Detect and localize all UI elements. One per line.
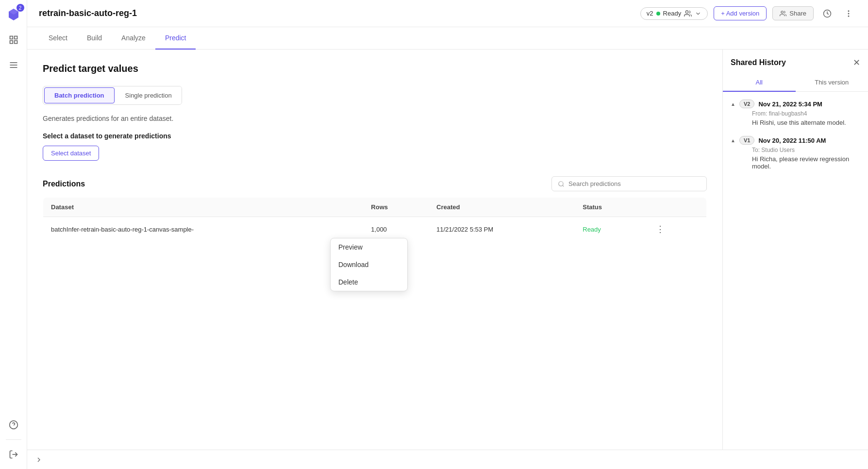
main-area: retrain-basic-auto-reg-1 v2 Ready + Add … [27,0,868,469]
sh-entry-2-message: Hi Richa, please review regression model… [752,155,860,170]
svg-point-10 [685,11,688,13]
more-options-button[interactable] [841,6,856,21]
main-content: Predict target values Batch prediction S… [27,50,722,450]
sh-entry-1-from: From: final-bugbash4 [752,110,860,117]
predictions-header: Predictions [43,176,707,191]
version-label: v2 [647,10,653,17]
svg-point-11 [781,11,784,13]
tab-select[interactable]: Select [39,27,77,50]
predictions-table: Dataset Rows Created Status batchInfer-r… [43,197,707,242]
svg-rect-3 [14,41,17,44]
sh-entry-2-from: To: Studio Users [752,147,860,153]
sidebar-badge: 2 [17,4,24,12]
search-input[interactable] [568,180,701,187]
sh-entry-1-header: ▲ V2 Nov 21, 2022 5:34 PM [731,100,860,108]
cell-status: Ready [575,217,645,242]
search-icon [558,181,565,187]
batch-prediction-button[interactable]: Batch prediction [44,87,115,103]
select-dataset-button[interactable]: Select dataset [43,146,99,161]
single-prediction-button[interactable]: Single prediction [116,86,182,104]
content-wrapper: Predict target values Batch prediction S… [27,50,868,450]
sh-entry-2-header: ▲ V1 Nov 20, 2022 11:50 AM [731,136,860,145]
tab-build[interactable]: Build [77,27,112,50]
cell-actions: ⋮ [645,217,706,242]
search-box[interactable] [551,176,707,191]
prediction-type-selector: Batch prediction Single prediction [43,86,182,105]
cell-dataset: batchInfer-retrain-basic-auto-reg-1-canv… [43,217,364,242]
status-label: Ready [663,10,682,17]
sidebar-item-logout[interactable] [5,446,22,463]
shared-history-title: Shared History [731,58,786,67]
share-button[interactable]: Share [772,6,814,20]
col-status: Status [575,198,645,217]
shared-history-body: ▲ V2 Nov 21, 2022 5:34 PM From: final-bu… [723,92,868,450]
svg-point-14 [848,13,849,14]
sh-entry-2: ▲ V1 Nov 20, 2022 11:50 AM To: Studio Us… [731,136,860,170]
sidebar-divider [6,439,21,440]
share-label: Share [789,10,806,17]
history-button[interactable] [819,6,835,21]
context-menu: Preview Download Delete [330,238,408,291]
shared-history-header: Shared History ✕ [723,50,868,68]
sidebar-logo[interactable]: 2 [5,6,22,23]
status-dot [656,12,660,16]
sh-entry-2-date: Nov 20, 2022 11:50 AM [758,137,826,144]
version-badge[interactable]: v2 Ready [640,7,708,20]
sh-entry-1: ▲ V2 Nov 21, 2022 5:34 PM From: final-bu… [731,100,860,126]
sidebar-item-grid[interactable] [5,31,22,49]
add-version-button[interactable]: + Add version [714,6,767,20]
tab-analyze[interactable]: Analyze [112,27,155,50]
row-more-button[interactable]: ⋮ [653,223,668,235]
tab-bar: Select Build Analyze Predict [27,27,868,50]
sidebar: 2 [0,0,27,469]
status-badge: Ready [583,226,601,233]
header: retrain-basic-auto-reg-1 v2 Ready + Add … [27,0,868,27]
bottom-expand-bar[interactable] [27,450,868,469]
shared-history-tabs: All This version [723,74,868,92]
predictions-title: Predictions [43,180,85,188]
svg-point-16 [559,181,563,185]
svg-rect-1 [14,36,17,39]
share-icon [780,10,786,17]
sh-entry-2-collapse[interactable]: ▲ [731,138,735,143]
svg-rect-0 [10,36,13,39]
sh-tab-all[interactable]: All [723,74,796,92]
select-dataset-label: Select a dataset to generate predictions [43,132,707,140]
menu-item-preview[interactable]: Preview [331,238,407,256]
sh-entry-1-date: Nov 21, 2022 5:34 PM [758,100,822,108]
shared-history-panel: Shared History ✕ All This version ▲ V2 N… [722,50,868,450]
svg-point-13 [848,11,849,12]
sidebar-item-menu[interactable] [5,56,22,74]
prediction-description: Generates predictions for an entire data… [43,115,707,122]
sh-entry-1-collapse[interactable]: ▲ [731,101,735,107]
sh-entry-1-version: V2 [739,100,754,108]
sh-entry-2-version: V1 [739,136,754,145]
sh-tab-this-version[interactable]: This version [796,74,868,92]
cell-created: 11/21/2022 5:53 PM [429,217,575,242]
users-icon[interactable] [684,10,692,17]
col-created: Created [429,198,575,217]
expand-icon [35,456,43,464]
sidebar-item-help[interactable] [5,416,22,434]
page-title: retrain-basic-auto-reg-1 [39,8,634,18]
col-actions [645,198,706,217]
tab-predict[interactable]: Predict [155,27,196,50]
svg-rect-2 [10,41,13,44]
menu-item-download[interactable]: Download [331,256,407,273]
svg-point-15 [848,16,849,17]
sh-entry-1-message: Hi Rishi, use this alternate model. [752,119,860,126]
svg-line-17 [563,185,564,186]
shared-history-close[interactable]: ✕ [853,57,860,68]
predict-title: Predict target values [43,63,707,74]
col-dataset: Dataset [43,198,364,217]
chevron-down-icon [695,10,701,17]
menu-item-delete[interactable]: Delete [331,273,407,291]
col-rows: Rows [363,198,429,217]
